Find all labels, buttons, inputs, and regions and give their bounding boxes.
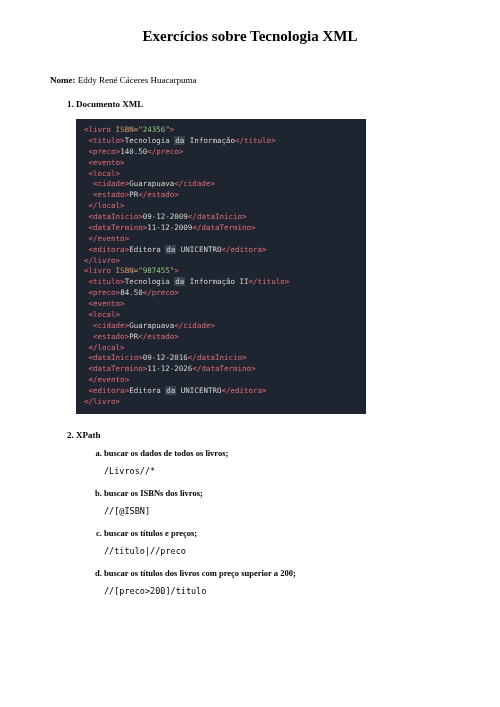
xpath-a-d: //[preco>200]/titulo <box>104 586 450 596</box>
xpath-item-d: buscar os títulos dos livros com preço s… <box>104 568 450 596</box>
page-title: Exercícios sobre Tecnologia XML <box>50 28 450 45</box>
xml-code-block: <livro ISBN="24356"> <titulo>Tecnologia … <box>76 119 366 414</box>
xpath-item-b: buscar os ISBNs dos livros; //[@ISBN] <box>104 488 450 516</box>
section-documento-xml: Documento XML <livro ISBN="24356"> <titu… <box>76 99 450 414</box>
section1-heading: Documento XML <box>76 99 143 109</box>
xpath-item-a: buscar os dados de todos os livros; /Liv… <box>104 448 450 476</box>
xpath-q-a: buscar os dados de todos os livros; <box>104 448 228 458</box>
section2-heading: XPath <box>76 430 101 440</box>
xpath-q-b: buscar os ISBNs dos livros; <box>104 488 203 498</box>
name-label: Nome: <box>50 75 76 85</box>
xpath-item-c: buscar os títulos e preços; //titulo|//p… <box>104 528 450 556</box>
section-xpath: XPath buscar os dados de todos os livros… <box>76 430 450 596</box>
xpath-a-c: //titulo|//preco <box>104 546 450 556</box>
author-line: Nome: Eddy René Cáceres Huacarpuma <box>50 75 450 85</box>
name-value: Eddy René Cáceres Huacarpuma <box>78 75 197 85</box>
xpath-a-a: /Livros//* <box>104 466 450 476</box>
xpath-q-d: buscar os títulos dos livros com preço s… <box>104 568 296 578</box>
xpath-q-c: buscar os títulos e preços; <box>104 528 197 538</box>
xpath-a-b: //[@ISBN] <box>104 506 450 516</box>
